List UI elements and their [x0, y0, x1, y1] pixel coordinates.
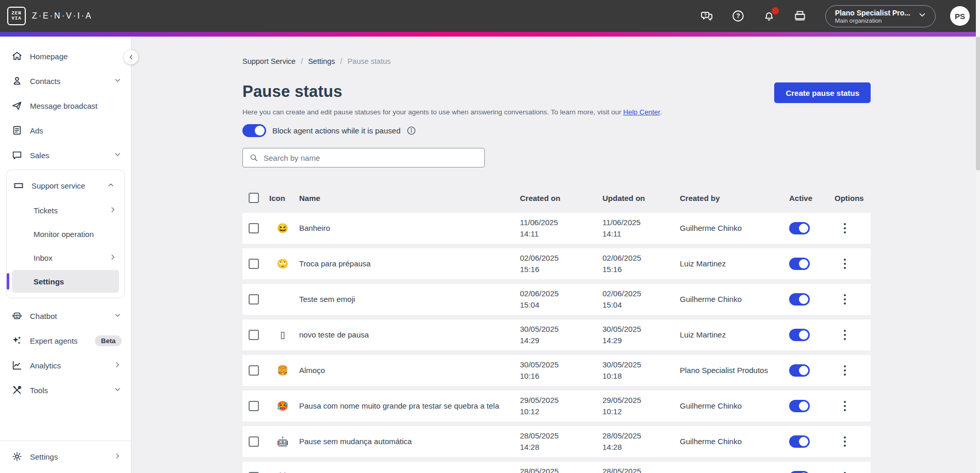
sidebar-item-expert-agents[interactable]: Expert agents Beta	[0, 328, 131, 353]
table-row: ▯ novo teste de pausa 30/05/202514:29 30…	[242, 319, 871, 350]
table-row: Teste sem emoji 02/06/202515:04 02/06/20…	[242, 284, 871, 315]
chevron-right-icon	[113, 361, 122, 370]
help-icon[interactable]: ?	[731, 9, 745, 23]
row-icon: ▯	[266, 329, 299, 341]
sidebar-item-settings-active[interactable]: Settings	[12, 270, 119, 293]
row-checkbox[interactable]	[249, 330, 259, 340]
sidebar-item-label: Settings	[30, 452, 106, 461]
chat-help-icon[interactable]: ?	[700, 9, 714, 23]
row-name: Banheiro	[299, 223, 520, 233]
row-updated-on: 02/06/202515:16	[602, 252, 680, 275]
row-updated-on: 28/05/202514:28	[602, 430, 680, 453]
row-active-toggle[interactable]	[789, 364, 810, 377]
row-icon: 😆	[266, 223, 299, 234]
chevron-down-icon	[113, 385, 122, 395]
row-updated-on: 28/05/202513:31	[602, 466, 680, 473]
row-updated-time: 10:12	[602, 406, 680, 417]
sidebar-item-label: Settings	[34, 277, 112, 286]
scrollbar-thumb[interactable]	[976, 37, 980, 171]
sidebar-collapse-button[interactable]	[124, 50, 138, 64]
row-created-by: Guilherme Chinko	[680, 223, 789, 233]
sidebar-item-tools[interactable]: Tools	[0, 378, 131, 402]
sidebar-item-chatbot[interactable]: Chatbot	[0, 303, 131, 328]
sparkles-icon	[11, 335, 23, 346]
help-center-link[interactable]: Help Center	[623, 108, 660, 116]
create-pause-status-button[interactable]: Create pause status	[774, 82, 871, 103]
row-checkbox[interactable]	[249, 401, 259, 411]
block-agent-actions-toggle[interactable]	[242, 124, 266, 137]
description-text: Here you can create and edit pause statu…	[242, 108, 623, 116]
row-updated-on: 30/05/202514:29	[602, 324, 680, 346]
sidebar-item-label: Inbox	[34, 254, 109, 262]
brand[interactable]: ZEN VIA Z·E·N·V·I·A	[7, 7, 92, 25]
sidebar-item-tickets[interactable]: Tickets	[7, 199, 124, 222]
row-options-kebab-icon[interactable]	[840, 223, 850, 233]
row-updated-date: 11/06/2025	[602, 217, 680, 228]
row-checkbox[interactable]	[249, 294, 259, 305]
search-input[interactable]	[264, 154, 478, 162]
sidebar-item-support-service[interactable]: Support service	[7, 173, 124, 198]
row-created-date: 28/05/2025	[520, 466, 602, 473]
select-all-checkbox[interactable]	[249, 193, 259, 203]
header-created-by: Created by	[680, 194, 789, 202]
sidebar-item-label: Expert agents	[30, 336, 88, 345]
info-icon[interactable]	[406, 126, 416, 136]
sidebar-item-label: Message broadcast	[30, 102, 122, 110]
table-row: 😆 Banheiro 11/06/202514:11 11/06/202514:…	[242, 213, 871, 244]
row-created-on: 29/05/202510:12	[520, 395, 602, 417]
row-checkbox[interactable]	[249, 223, 259, 233]
row-checkbox[interactable]	[249, 436, 259, 447]
notifications-icon[interactable]	[762, 9, 776, 23]
row-checkbox[interactable]	[249, 365, 259, 376]
row-options-kebab-icon[interactable]	[840, 401, 850, 411]
row-created-on: 02/06/202515:04	[520, 288, 602, 311]
breadcrumb-current: Pause status	[348, 57, 391, 65]
row-options-kebab-icon[interactable]	[840, 436, 850, 447]
table-row: 🥵 Pausa com nome muito grande pra testar…	[242, 391, 871, 421]
row-created-date: 28/05/2025	[520, 430, 602, 442]
row-created-date: 30/05/2025	[520, 324, 602, 335]
brand-text: Z·E·N·V·I·A	[32, 11, 92, 21]
chevron-up-icon	[107, 181, 115, 191]
row-options-kebab-icon[interactable]	[840, 259, 850, 269]
row-options-kebab-icon[interactable]	[840, 330, 850, 340]
row-created-on: 30/05/202514:29	[520, 324, 602, 346]
sidebar-item-homepage[interactable]: Homepage	[0, 44, 131, 69]
table-row: 🤖 Pause sem mudança automática 28/05/202…	[242, 426, 871, 457]
row-active-toggle[interactable]	[789, 293, 810, 306]
avatar[interactable]: PS	[950, 6, 970, 26]
breadcrumb-settings[interactable]: Settings	[308, 57, 335, 65]
sidebar-item-settings-bottom[interactable]: Settings	[0, 444, 131, 469]
row-created-on: 11/06/202514:11	[520, 217, 602, 240]
send-icon	[11, 100, 23, 111]
analytics-icon	[11, 360, 23, 371]
sidebar-item-contacts[interactable]: Contacts	[0, 69, 131, 93]
row-active-toggle[interactable]	[789, 471, 810, 473]
row-icon: 🥵	[266, 400, 299, 412]
sidebar-item-sales[interactable]: Sales	[0, 143, 131, 167]
tools-icon	[11, 384, 23, 396]
row-active-toggle[interactable]	[789, 400, 810, 412]
sidebar-item-message-broadcast[interactable]: Message broadcast	[0, 93, 131, 118]
row-created-by: Luiz Martinez	[680, 259, 789, 269]
row-updated-time: 15:16	[602, 264, 680, 275]
breadcrumb-support-service[interactable]: Support Service	[242, 57, 296, 65]
workspace-icon[interactable]	[793, 9, 807, 23]
row-created-by: Guilherme Chinko	[680, 294, 789, 305]
row-active-toggle[interactable]	[789, 222, 810, 234]
sidebar-item-ads[interactable]: Ads	[0, 118, 131, 143]
row-options-kebab-icon[interactable]	[840, 294, 850, 305]
row-active-toggle[interactable]	[789, 258, 810, 270]
sidebar-item-inbox[interactable]: Inbox	[7, 246, 124, 269]
logo-text-top: ZEN	[11, 11, 21, 16]
person-icon	[11, 75, 23, 87]
row-active-toggle[interactable]	[789, 329, 810, 341]
row-options-kebab-icon[interactable]	[840, 365, 850, 376]
row-active-toggle[interactable]	[789, 435, 810, 448]
sidebar-item-monitor-operation[interactable]: Monitor operation	[7, 223, 124, 245]
organization-selector[interactable]: Plano Specialist Pro... Main organizatio…	[825, 5, 936, 27]
row-created-time: 15:04	[520, 299, 602, 311]
sidebar-item-analytics[interactable]: Analytics	[0, 353, 131, 378]
row-checkbox[interactable]	[249, 259, 259, 269]
row-icon: 🙄	[266, 258, 299, 269]
